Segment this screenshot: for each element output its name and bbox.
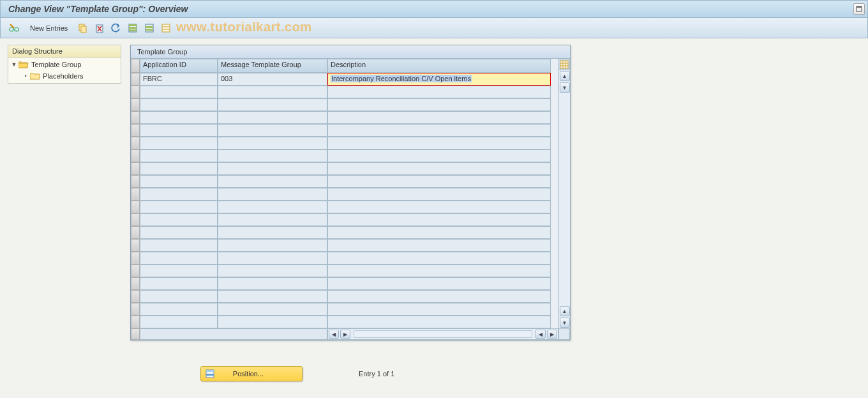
cell-message-template-group[interactable] — [218, 86, 327, 98]
cell-application-id[interactable] — [140, 111, 218, 124]
row-selector-header[interactable] — [131, 59, 140, 73]
col-header-application-id[interactable]: Application ID — [140, 59, 218, 73]
cell-application-id[interactable] — [140, 226, 218, 239]
scroll-down-button-2[interactable]: ▼ — [560, 318, 570, 328]
cell-description[interactable] — [327, 98, 551, 111]
scroll-right-button[interactable]: ▶ — [547, 330, 557, 339]
cell-message-template-group[interactable] — [218, 277, 327, 290]
cell-application-id[interactable] — [140, 303, 218, 316]
cell-description[interactable] — [327, 124, 551, 137]
cell-message-template-group[interactable] — [218, 149, 327, 162]
delete-button[interactable] — [93, 22, 106, 34]
row-selector[interactable] — [131, 111, 140, 124]
cell-application-id[interactable] — [140, 149, 218, 162]
cell-description[interactable] — [327, 137, 551, 149]
cell-message-template-group[interactable] — [218, 98, 327, 111]
cell-description[interactable] — [327, 264, 551, 277]
cell-application-id[interactable] — [140, 290, 218, 303]
cell-description[interactable] — [327, 303, 551, 316]
cell-description[interactable] — [327, 86, 551, 98]
row-selector[interactable] — [131, 175, 140, 188]
cell-application-id[interactable] — [140, 175, 218, 188]
position-button[interactable]: Position... — [200, 366, 303, 381]
row-selector[interactable] — [131, 290, 140, 303]
copy-as-button[interactable] — [77, 22, 89, 34]
cell-description[interactable]: Intercompany Reconciliation C/V Open ite… — [327, 73, 551, 86]
cell-message-template-group[interactable] — [218, 111, 327, 124]
cell-application-id[interactable] — [140, 316, 218, 328]
cell-description[interactable] — [327, 111, 551, 124]
row-selector[interactable] — [131, 239, 140, 252]
cell-description[interactable] — [327, 252, 551, 264]
cell-message-template-group[interactable] — [218, 264, 327, 277]
cell-application-id[interactable] — [140, 124, 218, 137]
cell-description[interactable] — [327, 162, 551, 175]
scroll-up-button-2[interactable]: ▲ — [560, 306, 570, 316]
cell-message-template-group[interactable] — [218, 239, 327, 252]
row-selector[interactable] — [131, 277, 140, 290]
row-selector[interactable] — [131, 73, 140, 86]
row-selector[interactable] — [131, 162, 140, 175]
cell-message-template-group[interactable] — [218, 252, 327, 264]
cell-message-template-group[interactable] — [218, 226, 327, 239]
row-selector[interactable] — [131, 98, 140, 111]
new-entries-button[interactable]: New Entries — [25, 22, 73, 34]
cell-application-id[interactable] — [140, 98, 218, 111]
cell-message-template-group[interactable] — [218, 137, 327, 149]
cell-application-id[interactable] — [140, 277, 218, 290]
cell-message-template-group[interactable] — [218, 290, 327, 303]
cell-description[interactable] — [327, 290, 551, 303]
undo-button[interactable] — [110, 22, 123, 34]
cell-application-id[interactable] — [140, 264, 218, 277]
cell-message-template-group[interactable] — [218, 175, 327, 188]
cell-description[interactable] — [327, 175, 551, 188]
cell-application-id[interactable] — [140, 213, 218, 226]
cell-description[interactable] — [327, 149, 551, 162]
row-selector[interactable] — [131, 188, 140, 201]
row-selector[interactable] — [131, 149, 140, 162]
cell-description[interactable] — [327, 316, 551, 328]
cell-message-template-group[interactable] — [218, 201, 327, 213]
cell-application-id[interactable]: FBRC — [140, 73, 218, 86]
cell-application-id[interactable] — [140, 252, 218, 264]
cell-description[interactable] — [327, 226, 551, 239]
vertical-scrollbar[interactable]: ▲ ▼ ▲ ▼ — [558, 70, 570, 328]
cell-application-id[interactable] — [140, 201, 218, 213]
close-button[interactable] — [853, 3, 865, 15]
tree-item-template-group[interactable]: ▼ Template Group — [8, 59, 121, 70]
row-selector[interactable] — [131, 264, 140, 277]
cell-application-id[interactable] — [140, 239, 218, 252]
horizontal-scrollbar[interactable]: ◀ ▶ ◀ ▶ — [327, 328, 558, 340]
cell-message-template-group[interactable] — [218, 162, 327, 175]
row-selector[interactable] — [131, 316, 140, 328]
cell-description[interactable] — [327, 213, 551, 226]
cell-message-template-group[interactable] — [218, 124, 327, 137]
hscroll-thumb[interactable] — [354, 330, 532, 338]
select-block-button[interactable] — [143, 22, 156, 34]
row-selector[interactable] — [131, 137, 140, 149]
cell-description[interactable] — [327, 239, 551, 252]
cell-message-template-group[interactable]: 003 — [218, 73, 327, 86]
cell-description[interactable] — [327, 277, 551, 290]
row-selector[interactable] — [131, 86, 140, 98]
scroll-down-button[interactable]: ▼ — [560, 82, 570, 93]
col-header-message-template-group[interactable]: Message Template Group — [218, 59, 327, 73]
tree-item-placeholders[interactable]: • Placeholders — [8, 70, 121, 82]
row-selector[interactable] — [131, 213, 140, 226]
row-selector[interactable] — [131, 201, 140, 213]
deselect-all-button[interactable] — [160, 22, 172, 34]
cell-description[interactable] — [327, 188, 551, 201]
scroll-left-step-button[interactable]: ◀ — [535, 330, 546, 339]
row-selector[interactable] — [131, 303, 140, 316]
cell-application-id[interactable] — [140, 86, 218, 98]
cell-application-id[interactable] — [140, 188, 218, 201]
cell-message-template-group[interactable] — [218, 316, 327, 328]
select-all-button[interactable] — [126, 22, 139, 34]
tree-toggle-icon[interactable]: ▼ — [11, 61, 17, 68]
row-selector[interactable] — [131, 252, 140, 264]
cell-description[interactable] — [327, 201, 551, 213]
cell-message-template-group[interactable] — [218, 303, 327, 316]
scroll-right-step-button[interactable]: ▶ — [340, 330, 350, 339]
scroll-left-button[interactable]: ◀ — [329, 330, 339, 339]
cell-application-id[interactable] — [140, 137, 218, 149]
